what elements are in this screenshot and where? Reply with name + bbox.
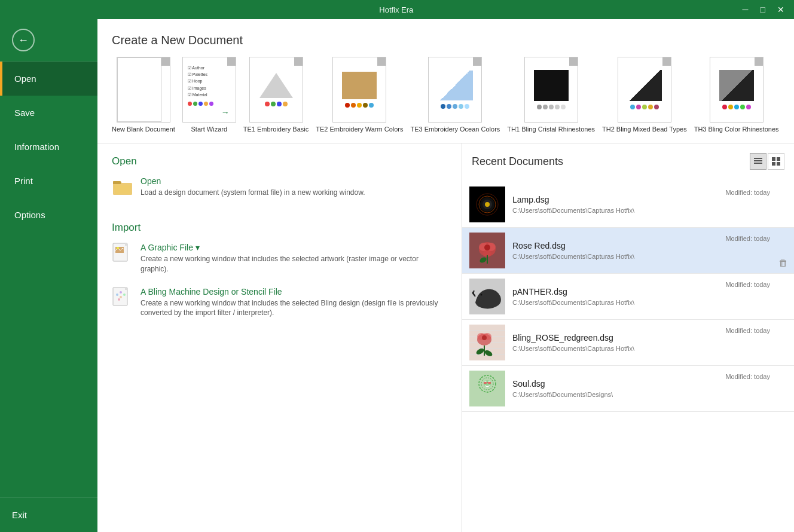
template-te1-icon bbox=[249, 57, 303, 123]
recent-modified-panther: Modified: today bbox=[725, 281, 770, 288]
recent-item-rose[interactable]: Rose Red.dsg C:\Users\soft\Documents\Cap… bbox=[462, 228, 794, 274]
open-desc: Load a design document (system format fi… bbox=[141, 188, 365, 198]
title-bar: Hotfix Era ─ □ ✕ bbox=[0, 0, 794, 19]
content-area: Create a New Document New Blank Document bbox=[97, 19, 794, 532]
svg-point-7 bbox=[117, 247, 119, 249]
template-blank[interactable]: New Blank Document bbox=[112, 57, 175, 133]
grid-view-button[interactable] bbox=[768, 153, 784, 170]
sidebar-item-information[interactable]: Information bbox=[0, 130, 97, 164]
template-th1-label: TH1 Bling Cristal Rhinestones bbox=[507, 125, 595, 133]
graphic-file-link[interactable]: A Graphic File ▾ bbox=[141, 243, 200, 252]
svg-point-10 bbox=[116, 293, 118, 296]
template-te2-icon bbox=[332, 57, 386, 123]
recent-path-lamp: C:\Users\soft\Documents\Capturas Hotfix\ bbox=[512, 207, 787, 214]
view-toggles bbox=[750, 153, 784, 170]
left-panel: Open bbox=[97, 143, 462, 532]
template-th2[interactable]: TH2 Bling Mixed Bead Types bbox=[602, 57, 687, 133]
template-wizard[interactable]: ☑ Author ☑ Palettes ☑ Hoop ☑ Images ☑ Ma… bbox=[182, 57, 236, 133]
right-panel: Recent Documents bbox=[462, 143, 794, 532]
svg-point-11 bbox=[120, 291, 122, 293]
recent-filename-blingrose: Bling_ROSE_redgreen.dsg bbox=[512, 333, 787, 343]
sidebar-item-open[interactable]: Open bbox=[0, 62, 97, 96]
recent-path-soul: C:\Users\soft\Documents\Designs\ bbox=[512, 391, 787, 398]
templates-row: New Blank Document ☑ Author ☑ Palettes ☑… bbox=[112, 57, 780, 133]
open-link[interactable]: Open bbox=[141, 176, 161, 186]
template-te3[interactable]: TE3 Embroidery Ocean Colors bbox=[411, 57, 500, 133]
sidebar-item-print[interactable]: Print bbox=[0, 164, 97, 198]
svg-rect-59 bbox=[488, 382, 491, 384]
svg-point-12 bbox=[120, 296, 122, 298]
open-action-text: Open Load a design document (system form… bbox=[141, 176, 365, 198]
graphic-file-desc: Create a new working window that include… bbox=[141, 254, 447, 274]
template-th1-icon bbox=[524, 57, 578, 123]
svg-rect-3 bbox=[113, 181, 121, 184]
recent-path-panther: C:\Users\soft\Documents\Capturas Hotfix\ bbox=[512, 299, 787, 306]
recent-modified-soul: Modified: today bbox=[725, 373, 770, 380]
maximize-button[interactable]: □ bbox=[757, 4, 769, 16]
template-te2[interactable]: TE2 Embroidery Warm Colors bbox=[316, 57, 403, 133]
svg-rect-18 bbox=[772, 157, 775, 161]
create-section-title: Create a New Document bbox=[112, 33, 780, 47]
recent-item-panther[interactable]: pANTHER.dsg C:\Users\soft\Documents\Capt… bbox=[462, 274, 794, 320]
bling-file-action: A Bling Machine Design or Stencil File C… bbox=[112, 286, 447, 319]
back-button[interactable]: ← bbox=[12, 29, 35, 51]
recent-thumb-panther bbox=[469, 279, 505, 314]
template-te3-icon bbox=[428, 57, 482, 123]
bling-file-icon bbox=[112, 286, 133, 308]
svg-point-25 bbox=[485, 202, 490, 207]
recent-delete-rose[interactable]: 🗑 bbox=[778, 258, 788, 268]
minimize-button[interactable]: ─ bbox=[739, 4, 752, 16]
recent-item-lamp[interactable]: Lamp.dsg C:\Users\soft\Documents\Captura… bbox=[462, 182, 794, 228]
import-section: Import bbox=[97, 222, 462, 342]
recent-item-soul[interactable]: Soul.dsg C:\Users\soft\Documents\Designs… bbox=[462, 366, 794, 412]
recent-list: Lamp.dsg C:\Users\soft\Documents\Captura… bbox=[462, 182, 794, 412]
list-view-button[interactable] bbox=[750, 153, 766, 170]
template-th2-label: TH2 Bling Mixed Bead Types bbox=[602, 125, 687, 133]
svg-point-48 bbox=[482, 335, 487, 340]
open-folder-icon bbox=[112, 176, 133, 197]
sidebar-back-area: ← bbox=[0, 19, 97, 62]
recent-filename-panther: pANTHER.dsg bbox=[512, 287, 787, 296]
recent-info-panther: pANTHER.dsg C:\Users\soft\Documents\Capt… bbox=[512, 287, 787, 306]
recent-section-title: Recent Documents bbox=[472, 155, 563, 168]
sidebar-nav: Open Save Information Print Options bbox=[0, 62, 97, 497]
sidebar-item-options[interactable]: Options bbox=[0, 198, 97, 232]
open-section: Open bbox=[97, 143, 462, 222]
graphic-file-icon bbox=[112, 242, 133, 264]
recent-info-rose: Rose Red.dsg C:\Users\soft\Documents\Cap… bbox=[512, 241, 787, 260]
close-button[interactable]: ✕ bbox=[774, 4, 788, 16]
svg-point-33 bbox=[484, 244, 490, 250]
template-th3[interactable]: TH3 Bling Color Rhinestones bbox=[694, 57, 779, 133]
svg-rect-19 bbox=[777, 157, 780, 161]
template-blank-label: New Blank Document bbox=[112, 125, 175, 133]
template-wizard-label: Start Wizard bbox=[191, 125, 228, 133]
svg-rect-16 bbox=[754, 160, 762, 161]
svg-rect-58 bbox=[484, 382, 487, 384]
template-th1[interactable]: TH1 Bling Cristal Rhinestones bbox=[507, 57, 595, 133]
recent-modified-blingrose: Modified: today bbox=[725, 327, 770, 334]
recent-thumb-rose bbox=[469, 233, 505, 268]
recent-path-blingrose: C:\Users\soft\Documents\Capturas Hotfix\ bbox=[512, 345, 787, 352]
bling-file-text: A Bling Machine Design or Stencil File C… bbox=[141, 286, 447, 319]
recent-item-blingrose[interactable]: Bling_ROSE_redgreen.dsg C:\Users\soft\Do… bbox=[462, 320, 794, 366]
template-th3-label: TH3 Bling Color Rhinestones bbox=[694, 125, 779, 133]
svg-point-38 bbox=[481, 294, 482, 296]
sidebar-item-save[interactable]: Save bbox=[0, 96, 97, 130]
svg-rect-20 bbox=[772, 162, 775, 166]
recent-info-blingrose: Bling_ROSE_redgreen.dsg C:\Users\soft\Do… bbox=[512, 333, 787, 352]
template-te1-label: TE1 Embroidery Basic bbox=[243, 125, 309, 133]
recent-path-rose: C:\Users\soft\Documents\Capturas Hotfix\ bbox=[512, 253, 787, 260]
open-action: Open Load a design document (system form… bbox=[112, 176, 447, 198]
bling-file-link[interactable]: A Bling Machine Design or Stencil File bbox=[141, 287, 282, 296]
recent-header: Recent Documents bbox=[472, 153, 784, 170]
open-section-title: Open bbox=[112, 155, 447, 167]
import-section-title: Import bbox=[112, 222, 447, 234]
svg-rect-21 bbox=[777, 162, 780, 166]
create-section: Create a New Document New Blank Document bbox=[97, 19, 794, 143]
template-th3-icon bbox=[710, 57, 764, 123]
svg-rect-9 bbox=[125, 288, 127, 290]
svg-rect-52 bbox=[469, 371, 505, 406]
sidebar-item-exit[interactable]: Exit bbox=[0, 497, 97, 532]
template-te1[interactable]: TE1 Embroidery Basic bbox=[243, 57, 309, 133]
graphic-file-action: A Graphic File ▾ Create a new working wi… bbox=[112, 242, 447, 274]
